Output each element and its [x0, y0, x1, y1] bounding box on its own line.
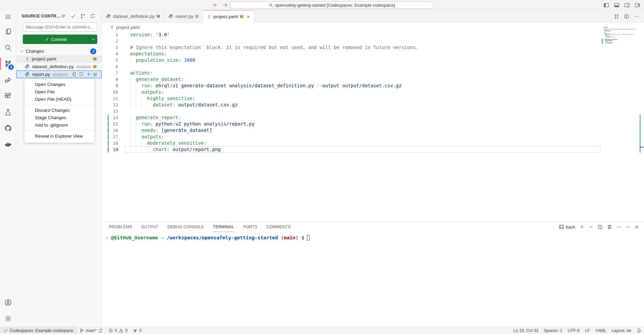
code-line: 11 highly_sensitive: — [102, 95, 644, 102]
line-number: 18 — [102, 140, 118, 146]
plus-button[interactable] — [579, 224, 585, 230]
split-editor-button[interactable] — [597, 224, 603, 230]
status-text: 0 — [125, 328, 127, 333]
panel-tab-problems[interactable]: PROBLEMS — [109, 222, 132, 232]
chevron-up-button[interactable] — [626, 225, 630, 229]
context-menu-item[interactable]: Open File — [24, 88, 94, 96]
more-button[interactable] — [634, 14, 639, 19]
more-button[interactable] — [616, 224, 622, 230]
activity-item-search[interactable] — [0, 40, 16, 56]
chevron-down-icon — [19, 49, 24, 54]
commit-message-input[interactable] — [23, 22, 97, 32]
changes-section-header[interactable]: Changes 3 — [16, 47, 102, 55]
view-as-list-button[interactable] — [60, 13, 67, 19]
context-menu-item[interactable]: Open File (HEAD) — [24, 96, 94, 103]
keyboard-layout[interactable]: Layout: de — [609, 327, 634, 334]
encoding[interactable]: UTF-8 — [565, 327, 582, 334]
commit-button[interactable]: ✓ Commit — [23, 35, 97, 44]
indentation[interactable]: Spaces: 2 — [541, 327, 565, 334]
terminal-text: ( — [278, 235, 284, 240]
command-center-search[interactable]: opensafely-getting-started [Codespaces: … — [230, 1, 433, 9]
status-text: Layout: de — [612, 328, 631, 333]
activity-item-docker[interactable] — [0, 136, 16, 152]
layout-custom-button[interactable] — [633, 1, 641, 9]
chevron-down-button[interactable] — [589, 225, 593, 229]
activity-item-menu[interactable] — [0, 10, 16, 23]
changes-count-badge: 3 — [90, 48, 96, 54]
scm-file-row[interactable]: dataset_definition.py analysis M — [16, 63, 102, 70]
branch-status[interactable]: main* — [77, 327, 106, 334]
panel-tab-output[interactable]: OUTPUT — [141, 222, 158, 232]
editor-region: dataset_definition.py M report.py U ! pr… — [102, 10, 644, 222]
editor-scrollbar[interactable] — [639, 23, 644, 222]
line-gutter: 13 — [102, 108, 130, 114]
layout-panel-button[interactable] — [612, 1, 621, 9]
activity-item-explorer[interactable] — [0, 23, 16, 40]
editor-body: ! project.yaml 1 version: '3.0' 2 3 # Ig… — [102, 23, 644, 222]
close-tab-icon[interactable]: × — [247, 14, 250, 19]
scm-file-row[interactable]: ! project.yaml M — [16, 55, 102, 63]
git-status-badge: M — [93, 64, 97, 69]
branch-create-button[interactable] — [79, 13, 86, 19]
context-menu-item[interactable]: Discard Changes — [24, 107, 94, 114]
view-as-list-icon — [61, 13, 66, 19]
activity-item-source-control[interactable]: 3 — [0, 56, 16, 72]
tab-git-badge: M — [157, 14, 160, 19]
editor-tab[interactable]: ! project.yaml M × — [203, 10, 254, 23]
code-editor[interactable]: 1 version: '3.0' 2 3 # Ignore this`expec… — [102, 32, 644, 153]
code-line: 4 expectations: — [102, 51, 644, 57]
commit-dropdown-button[interactable] — [89, 35, 97, 44]
panel-tab-terminal[interactable]: TERMINAL — [213, 222, 234, 232]
code-line: 5 population_size: 1000 — [102, 57, 644, 63]
activity-item-settings[interactable] — [0, 311, 16, 327]
breadcrumb[interactable]: ! project.yaml — [102, 23, 644, 32]
split-editor-button[interactable] — [624, 14, 629, 19]
tab-git-badge: U — [196, 14, 199, 19]
editor-tab[interactable]: report.py U — [164, 10, 203, 22]
editor-tab[interactable]: dataset_definition.py M — [102, 10, 164, 22]
activity-item-testing[interactable] — [0, 104, 16, 120]
activity-item-account[interactable] — [0, 294, 16, 311]
line-number: 19 — [102, 146, 118, 153]
line-number: 5 — [102, 57, 118, 63]
status-text: 0 — [139, 328, 142, 333]
context-menu-item[interactable]: Open Changes — [24, 81, 94, 88]
command-decoration-icon[interactable] — [106, 237, 108, 239]
problems-status[interactable]: 00 — [106, 327, 130, 334]
discard-button[interactable] — [79, 72, 84, 77]
panel-tab-comments[interactable]: COMMENTS — [267, 222, 291, 232]
refresh-button[interactable] — [89, 13, 96, 19]
remote-indicator[interactable]: Codespaces: Example codespace — [0, 327, 77, 334]
stage-plus-button[interactable] — [86, 72, 91, 77]
context-menu-item[interactable]: Add to .gitignore — [24, 122, 94, 129]
commit-check-button[interactable] — [70, 13, 76, 19]
trash-button[interactable] — [607, 224, 612, 230]
activity-bar: 3 — [0, 10, 16, 327]
activity-item-run-debug[interactable] — [0, 72, 16, 88]
terminal[interactable]: @GitHub_Username → /workspaces/opensafel… — [102, 232, 644, 327]
activity-item-extensions[interactable] — [0, 88, 16, 104]
close-x-button[interactable] — [634, 225, 639, 230]
language-mode[interactable]: YAML — [592, 327, 609, 334]
scm-file-row[interactable]: report.py analysis U — [16, 70, 102, 78]
back-button[interactable] — [211, 1, 220, 9]
ports-status[interactable]: 0 — [130, 327, 144, 334]
notifications[interactable] — [634, 327, 644, 334]
line-gutter: 19 — [102, 146, 130, 153]
activity-item-github[interactable] — [0, 120, 16, 136]
context-menu-item[interactable]: Stage Changes — [24, 114, 94, 122]
eol[interactable]: LF — [582, 327, 593, 334]
line-number: 2 — [102, 38, 118, 44]
layout-sidebar-right-button[interactable] — [623, 1, 631, 9]
forward-button[interactable] — [221, 1, 229, 9]
line-gutter: 7 — [102, 70, 130, 76]
line-number: 16 — [102, 127, 118, 134]
panel-tab-ports[interactable]: PORTS — [243, 222, 258, 232]
go-to-file-button[interactable] — [71, 72, 76, 77]
context-menu-item[interactable]: Reveal in Explorer View — [24, 133, 94, 140]
cursor-position[interactable]: Ln 19, Col 33 — [511, 327, 541, 334]
open-changes-button[interactable] — [614, 14, 619, 19]
shell-selector[interactable]: bash — [559, 224, 575, 230]
layout-sidebar-left-button[interactable] — [602, 1, 610, 9]
panel-tab-debug-console[interactable]: DEBUG CONSOLE — [167, 222, 204, 232]
